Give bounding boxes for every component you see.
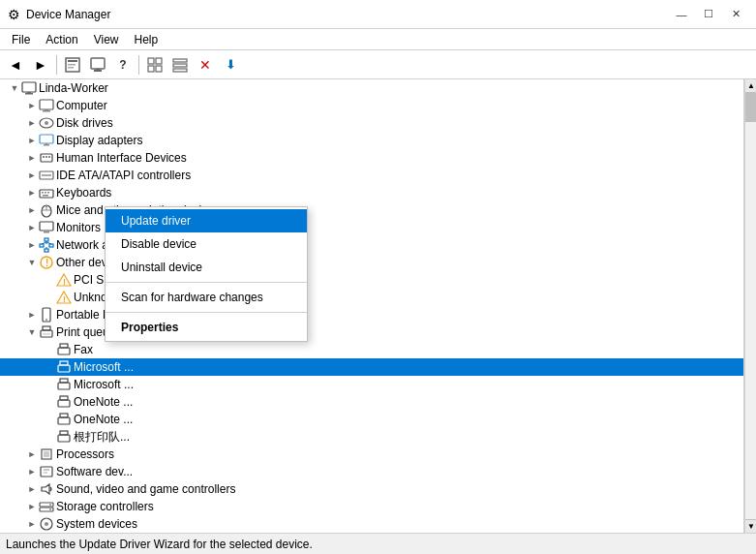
tree-item-computer[interactable]: ► Computer (0, 97, 743, 114)
svg-rect-69 (58, 417, 70, 424)
warning-icon: ! (56, 272, 72, 288)
toolbar-remove[interactable]: ✕ (194, 53, 217, 77)
svg-rect-27 (45, 156, 47, 158)
ctx-uninstall-device-label: Uninstall device (121, 261, 202, 274)
close-button[interactable]: ✕ (723, 5, 748, 24)
maximize-button[interactable]: ☐ (696, 5, 721, 24)
toolbar-scan[interactable] (86, 53, 109, 77)
tree-item-disk-drives[interactable]: ► Disk drives (0, 114, 743, 132)
tree-item-processors[interactable]: ► Processors (0, 446, 743, 463)
expand-icon-network[interactable]: ► (25, 238, 39, 252)
svg-rect-8 (156, 58, 162, 64)
ctx-update-driver-label: Update driver (121, 214, 191, 228)
expand-icon-portable[interactable]: ► (25, 308, 39, 322)
expand-icon-system[interactable]: ► (25, 517, 39, 531)
tree-item-hid[interactable]: ► Human Interface Devices (0, 149, 743, 167)
expand-icon-disk[interactable]: ► (25, 116, 39, 130)
expand-icon-computer[interactable]: ► (25, 99, 39, 112)
tree-item-sound[interactable]: ► Sound, video and game controllers (0, 480, 743, 498)
ctx-scan-changes[interactable]: Scan for hardware changes (106, 286, 307, 309)
tree-item-keyboards[interactable]: ► Keyboards (0, 184, 743, 201)
expand-icon-mice[interactable]: ► (25, 203, 39, 217)
expand-icon-sound[interactable]: ► (25, 482, 39, 496)
ctx-disable-device[interactable]: Disable device (106, 232, 307, 256)
menu-help[interactable]: Help (127, 31, 166, 48)
tree-item-label: System devices (56, 515, 137, 533)
expand-icon-print[interactable]: ▼ (25, 325, 39, 339)
svg-point-84 (45, 522, 48, 526)
svg-point-57 (45, 319, 47, 321)
menu-action[interactable]: Action (38, 31, 85, 48)
expand-icon-processors[interactable]: ► (25, 447, 39, 461)
expand-icon-keyboards[interactable]: ► (25, 186, 39, 200)
svg-rect-41 (44, 231, 49, 233)
ctx-scan-changes-label: Scan for hardware changes (121, 291, 263, 304)
sound-icon (39, 481, 54, 497)
tree-item-label: Display adapters (56, 132, 142, 149)
svg-rect-22 (40, 135, 53, 143)
tree-item-label: Software dev... (56, 463, 133, 480)
menu-view[interactable]: View (86, 31, 127, 48)
scroll-track[interactable] (745, 93, 756, 519)
svg-text:!: ! (45, 258, 48, 268)
scroll-down-arrow[interactable]: ▼ (745, 519, 756, 533)
toolbar-grid[interactable] (143, 53, 166, 77)
svg-rect-5 (94, 70, 102, 72)
ctx-update-driver[interactable]: Update driver (106, 209, 307, 232)
svg-point-82 (49, 508, 51, 510)
tree-item-onenote1[interactable]: ► OneNote ... (0, 393, 743, 411)
toolbar-forward[interactable]: ► (29, 53, 52, 77)
tree-root[interactable]: ▼ Linda-Worker (0, 79, 743, 97)
tree-item-ms2[interactable]: ► Microsoft ... (0, 376, 743, 393)
warning-icon: ! (56, 290, 72, 305)
ctx-properties-label: Properties (121, 321, 178, 334)
tree-item-ms1[interactable]: ► Microsoft ... (0, 358, 743, 376)
tree-item-label: 根打印队... (74, 428, 130, 446)
toolbar-download[interactable]: ⬇ (219, 53, 242, 77)
monitor-icon (39, 220, 54, 235)
status-text: Launches the Update Driver Wizard for th… (6, 538, 313, 551)
scrollbar[interactable]: ▲ ▼ (744, 79, 756, 533)
ide-icon (39, 168, 54, 183)
tree-item-system[interactable]: ► System devices (0, 515, 743, 533)
tree-item-software[interactable]: ► Software dev... (0, 463, 743, 480)
storage-icon (39, 499, 54, 514)
expand-icon-display[interactable]: ► (25, 134, 39, 147)
ctx-uninstall-device[interactable]: Uninstall device (106, 256, 307, 279)
tree-item-label: IDE ATA/ATAPI controllers (56, 167, 191, 184)
scroll-thumb[interactable] (745, 93, 756, 122)
toolbar-properties[interactable] (61, 53, 84, 77)
svg-rect-4 (91, 58, 105, 69)
toolbar-list[interactable] (168, 53, 192, 77)
tree-item-storage[interactable]: ► Storage controllers (0, 498, 743, 515)
expand-icon-other[interactable]: ▼ (25, 256, 39, 269)
tree-item-label: OneNote ... (74, 393, 133, 411)
expand-icon-monitors[interactable]: ► (25, 221, 39, 234)
toolbar-back[interactable]: ◄ (4, 53, 27, 77)
svg-rect-2 (68, 64, 76, 66)
tree-item-onenote2[interactable]: ► OneNote ... (0, 411, 743, 428)
tree-item-fax[interactable]: ► Fax (0, 341, 743, 358)
minimize-button[interactable]: — (669, 5, 694, 24)
tree-item-ide[interactable]: ► IDE ATA/ATAPI controllers (0, 167, 743, 184)
tree-item-display[interactable]: ► Display adapters (0, 132, 743, 149)
svg-text:!: ! (63, 277, 66, 287)
tree-item-label: Microsoft ... (74, 376, 134, 393)
scroll-up-arrow[interactable]: ▲ (745, 79, 756, 93)
menu-file[interactable]: File (4, 31, 38, 48)
svg-rect-62 (60, 344, 68, 348)
network-icon (39, 237, 54, 253)
svg-rect-72 (60, 431, 68, 435)
tree-item-chinese[interactable]: ► 根打印队... (0, 428, 743, 446)
printer-icon (56, 412, 72, 427)
expand-icon-software[interactable]: ► (25, 465, 39, 478)
toolbar-help[interactable]: ? (111, 53, 135, 77)
expand-icon-storage[interactable]: ► (25, 500, 39, 513)
svg-rect-71 (58, 435, 70, 442)
ctx-properties[interactable]: Properties (106, 316, 307, 339)
svg-marker-78 (42, 484, 49, 494)
other-icon: ! (39, 255, 54, 270)
expand-icon-root[interactable]: ▼ (8, 81, 21, 95)
expand-icon-ide[interactable]: ► (25, 169, 39, 182)
expand-icon-hid[interactable]: ► (25, 151, 39, 165)
